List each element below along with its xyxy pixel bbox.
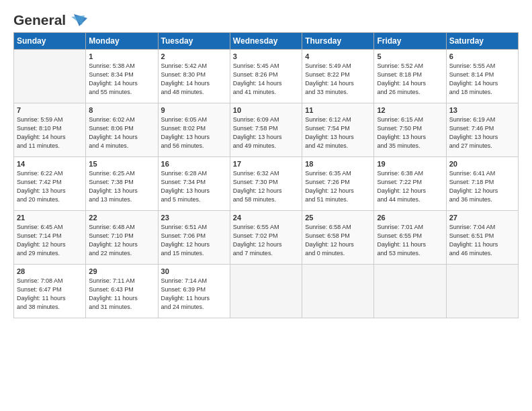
cell-text: Sunrise: 7:08 AM Sunset: 6:47 PM Dayligh… (17, 277, 83, 312)
day-number: 18 (305, 160, 371, 168)
cell-text: Sunrise: 6:55 AM Sunset: 7:02 PM Dayligh… (233, 223, 299, 258)
cell-text: Sunrise: 6:22 AM Sunset: 7:42 PM Dayligh… (17, 169, 83, 204)
svg-marker-1 (71, 15, 85, 25)
day-number: 12 (377, 106, 443, 114)
cell-text: Sunrise: 5:42 AM Sunset: 8:30 PM Dayligh… (161, 62, 227, 97)
cell-text: Sunrise: 5:49 AM Sunset: 8:22 PM Dayligh… (305, 62, 371, 97)
cell-text: Sunrise: 6:32 AM Sunset: 7:30 PM Dayligh… (233, 169, 299, 204)
cell-text: Sunrise: 6:12 AM Sunset: 7:54 PM Dayligh… (305, 116, 371, 150)
logo-general: General (13, 12, 66, 28)
cell-text: Sunrise: 6:15 AM Sunset: 7:50 PM Dayligh… (377, 116, 443, 150)
cell-text: Sunrise: 6:35 AM Sunset: 7:26 PM Dayligh… (305, 169, 371, 204)
cell-w2-d0: 14Sunrise: 6:22 AM Sunset: 7:42 PM Dayli… (14, 157, 86, 211)
page: General SundayMondayTuesdayWednesdayThur… (0, 0, 532, 411)
cell-text: Sunrise: 6:38 AM Sunset: 7:22 PM Dayligh… (377, 169, 443, 204)
cell-w4-d6 (446, 265, 518, 318)
cell-w4-d1: 29Sunrise: 7:11 AM Sunset: 6:43 PM Dayli… (86, 265, 158, 318)
day-number: 23 (161, 214, 227, 222)
cell-w3-d4: 25Sunrise: 6:58 AM Sunset: 6:58 PM Dayli… (302, 211, 374, 265)
day-number: 22 (89, 214, 154, 222)
day-number: 30 (161, 267, 227, 275)
cell-w0-d5: 5Sunrise: 5:52 AM Sunset: 8:18 PM Daylig… (374, 50, 446, 103)
col-header-wednesday: Wednesday (230, 33, 302, 50)
day-number: 7 (17, 106, 83, 114)
cell-w3-d1: 22Sunrise: 6:48 AM Sunset: 7:10 PM Dayli… (86, 211, 158, 265)
cell-text: Sunrise: 5:52 AM Sunset: 8:18 PM Dayligh… (377, 62, 443, 97)
cell-w3-d3: 24Sunrise: 6:55 AM Sunset: 7:02 PM Dayli… (230, 211, 302, 265)
day-number: 3 (233, 52, 299, 60)
cell-text: Sunrise: 6:48 AM Sunset: 7:10 PM Dayligh… (89, 223, 154, 258)
cell-w2-d1: 15Sunrise: 6:25 AM Sunset: 7:38 PM Dayli… (86, 157, 158, 211)
day-number: 29 (89, 267, 154, 275)
cell-text: Sunrise: 7:11 AM Sunset: 6:43 PM Dayligh… (89, 277, 154, 312)
cell-w2-d2: 16Sunrise: 6:28 AM Sunset: 7:34 PM Dayli… (158, 157, 230, 211)
day-number: 9 (161, 106, 227, 114)
calendar-table: SundayMondayTuesdayWednesdayThursdayFrid… (13, 32, 519, 318)
cell-w4-d4 (302, 265, 374, 318)
cell-text: Sunrise: 7:14 AM Sunset: 6:39 PM Dayligh… (161, 277, 227, 312)
cell-w1-d4: 11Sunrise: 6:12 AM Sunset: 7:54 PM Dayli… (302, 103, 374, 157)
day-number: 17 (233, 160, 299, 168)
cell-w3-d0: 21Sunrise: 6:45 AM Sunset: 7:14 PM Dayli… (14, 211, 86, 265)
day-number: 10 (233, 106, 299, 114)
day-number: 21 (17, 214, 83, 222)
cell-w1-d3: 10Sunrise: 6:09 AM Sunset: 7:58 PM Dayli… (230, 103, 302, 157)
cell-text: Sunrise: 5:38 AM Sunset: 8:34 PM Dayligh… (89, 62, 154, 97)
cell-w4-d3 (230, 265, 302, 318)
day-number: 16 (161, 160, 227, 168)
cell-w3-d5: 26Sunrise: 7:01 AM Sunset: 6:55 PM Dayli… (374, 211, 446, 265)
cell-text: Sunrise: 6:09 AM Sunset: 7:58 PM Dayligh… (233, 116, 299, 150)
cell-text: Sunrise: 6:25 AM Sunset: 7:38 PM Dayligh… (89, 169, 154, 204)
logo: General (13, 12, 89, 26)
col-header-friday: Friday (374, 33, 446, 50)
day-number: 15 (89, 160, 154, 168)
cell-w1-d0: 7Sunrise: 5:59 AM Sunset: 8:10 PM Daylig… (14, 103, 86, 157)
day-number: 1 (89, 52, 154, 60)
cell-w0-d3: 3Sunrise: 5:45 AM Sunset: 8:26 PM Daylig… (230, 50, 302, 103)
cell-w3-d2: 23Sunrise: 6:51 AM Sunset: 7:06 PM Dayli… (158, 211, 230, 265)
day-number: 26 (377, 214, 443, 222)
cell-text: Sunrise: 5:45 AM Sunset: 8:26 PM Dayligh… (233, 62, 299, 97)
cell-text: Sunrise: 6:41 AM Sunset: 7:18 PM Dayligh… (449, 169, 515, 204)
col-header-saturday: Saturday (446, 33, 518, 50)
cell-text: Sunrise: 7:04 AM Sunset: 6:51 PM Dayligh… (449, 223, 515, 258)
cell-text: Sunrise: 5:59 AM Sunset: 8:10 PM Dayligh… (17, 116, 83, 150)
cell-w1-d6: 13Sunrise: 6:19 AM Sunset: 7:46 PM Dayli… (446, 103, 518, 157)
cell-w3-d6: 27Sunrise: 7:04 AM Sunset: 6:51 PM Dayli… (446, 211, 518, 265)
day-number: 2 (161, 52, 227, 60)
day-number: 5 (377, 52, 443, 60)
cell-w4-d0: 28Sunrise: 7:08 AM Sunset: 6:47 PM Dayli… (14, 265, 86, 318)
day-number: 24 (233, 214, 299, 222)
day-number: 25 (305, 214, 371, 222)
col-header-tuesday: Tuesday (158, 33, 230, 50)
day-number: 19 (377, 160, 443, 168)
day-number: 4 (305, 52, 371, 60)
day-number: 27 (449, 214, 515, 222)
cell-text: Sunrise: 6:51 AM Sunset: 7:06 PM Dayligh… (161, 223, 227, 258)
cell-w2-d3: 17Sunrise: 6:32 AM Sunset: 7:30 PM Dayli… (230, 157, 302, 211)
cell-text: Sunrise: 6:45 AM Sunset: 7:14 PM Dayligh… (17, 223, 83, 258)
day-number: 20 (449, 160, 515, 168)
cell-w0-d2: 2Sunrise: 5:42 AM Sunset: 8:30 PM Daylig… (158, 50, 230, 103)
cell-w4-d2: 30Sunrise: 7:14 AM Sunset: 6:39 PM Dayli… (158, 265, 230, 318)
day-number: 13 (449, 106, 515, 114)
cell-w1-d1: 8Sunrise: 6:02 AM Sunset: 8:06 PM Daylig… (86, 103, 158, 157)
col-header-monday: Monday (86, 33, 158, 50)
cell-text: Sunrise: 6:05 AM Sunset: 8:02 PM Dayligh… (161, 116, 227, 150)
day-number: 11 (305, 106, 371, 114)
cell-text: Sunrise: 7:01 AM Sunset: 6:55 PM Dayligh… (377, 223, 443, 258)
cell-w0-d1: 1Sunrise: 5:38 AM Sunset: 8:34 PM Daylig… (86, 50, 158, 103)
cell-text: Sunrise: 5:55 AM Sunset: 8:14 PM Dayligh… (449, 62, 515, 97)
cell-text: Sunrise: 6:58 AM Sunset: 6:58 PM Dayligh… (305, 223, 371, 258)
cell-text: Sunrise: 6:02 AM Sunset: 8:06 PM Dayligh… (89, 116, 154, 150)
header: General (13, 12, 519, 26)
day-number: 6 (449, 52, 515, 60)
cell-text: Sunrise: 6:19 AM Sunset: 7:46 PM Dayligh… (449, 116, 515, 150)
day-number: 14 (17, 160, 83, 168)
cell-text: Sunrise: 6:28 AM Sunset: 7:34 PM Dayligh… (161, 169, 227, 204)
cell-w1-d2: 9Sunrise: 6:05 AM Sunset: 8:02 PM Daylig… (158, 103, 230, 157)
cell-w2-d5: 19Sunrise: 6:38 AM Sunset: 7:22 PM Dayli… (374, 157, 446, 211)
cell-w1-d5: 12Sunrise: 6:15 AM Sunset: 7:50 PM Dayli… (374, 103, 446, 157)
col-header-sunday: Sunday (14, 33, 86, 50)
cell-w0-d6: 6Sunrise: 5:55 AM Sunset: 8:14 PM Daylig… (446, 50, 518, 103)
